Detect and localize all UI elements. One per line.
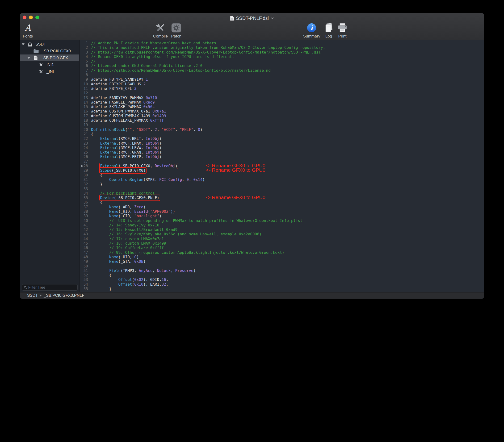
minimize-button[interactable] <box>29 16 33 19</box>
code-line: 4// Rename GFX0 to anything else if your… <box>79 54 484 59</box>
code-line: 36 { <box>79 200 484 205</box>
line-number: 23 <box>79 141 88 145</box>
code-line: 15#define SKYLAKE_PWMMAX 0x56c <box>79 105 484 109</box>
tree-item-label: _SB.PCI0.GFX... <box>41 56 72 60</box>
code-line: 17#define CUSTOM_PWMMAX_1499 0x1499 <box>79 114 484 118</box>
line-number: 14 <box>79 100 88 105</box>
line-number: 33 <box>79 187 88 191</box>
rename-highlight-box: External(_SB.PCI0.GFX0, DeviceObj) <box>100 164 178 168</box>
title-group: SSDT-PNLF.dsl <box>230 16 274 21</box>
line-number: 42 <box>79 227 88 232</box>
code-line: 11#define FBTYPE_CFL 3 <box>79 86 484 91</box>
code-line: 39 Name(_CID, "backlight") <box>79 214 484 218</box>
line-number: 18 <box>79 118 88 123</box>
code-line: 25 External(RMCF.GRAN, IntObj) <box>79 150 484 155</box>
code-line: 30 { <box>79 173 484 177</box>
line-number: 26 <box>79 155 88 159</box>
line-number: 3 <box>79 50 88 54</box>
code-line: 56 <box>79 291 484 292</box>
line-number: 39 <box>79 214 88 218</box>
line-number: 2 <box>79 45 88 50</box>
disclosure-triangle-icon[interactable] <box>27 57 30 59</box>
code-lines: 1// Adding PNLF device for WhateverGreen… <box>79 41 484 292</box>
patch-label: Patch <box>171 34 181 38</box>
line-number: 41 <box>79 223 88 227</box>
tree-item-gfx0-pnlf[interactable]: _SB.PCI0.GFX... <box>20 54 79 61</box>
line-number: 53 <box>79 277 88 282</box>
print-button[interactable]: Print <box>337 22 348 38</box>
code-line: 33 <box>79 187 484 191</box>
line-number: 17 <box>79 114 88 118</box>
line-number: 43 <box>79 232 88 236</box>
line-number: 50 <box>79 264 88 268</box>
code-line: 32 } <box>79 182 484 186</box>
line-number: 16 <box>79 109 88 113</box>
line-number: 21 <box>79 132 88 136</box>
code-line: 6// Licensed under GNU General Public Li… <box>79 63 484 68</box>
code-line: 22 External(RMCF.BKLT, IntObj) <box>79 136 484 141</box>
line-number: 1 <box>79 41 88 45</box>
line-number: 55 <box>79 286 88 291</box>
line-number: 27 <box>79 159 88 164</box>
tree-item-label: _INI <box>47 69 54 74</box>
tree-item-ssdt[interactable]: SSDT <box>20 41 79 48</box>
tree-item-ini[interactable]: _INI <box>20 68 79 75</box>
line-number: 32 <box>79 182 88 186</box>
close-button[interactable] <box>23 16 26 19</box>
code-line: 2// This is a modified PNLF version orig… <box>79 45 484 50</box>
line-number: 35 <box>79 195 88 200</box>
tree-item-gfx0-folder[interactable]: _SB.PCI0.GFX0 <box>20 48 79 54</box>
window-header: SSDT-PNLF.dsl A Fonts <box>20 13 484 40</box>
code-line: 9#define FBTYPE_SANDYIVY 1 <box>79 77 484 82</box>
code-line: 46 // 19: CoffeeLake 0xffff <box>79 246 484 250</box>
search-icon <box>24 286 27 289</box>
log-icon <box>324 22 334 34</box>
line-number: 51 <box>79 268 88 273</box>
line-number: 44 <box>79 237 88 241</box>
code-line: 23 External(RMCF.LMAX, IntObj) <box>79 141 484 145</box>
code-line: 34 // For backlight control <box>79 191 484 195</box>
compile-icon <box>155 22 166 34</box>
titlebar: SSDT-PNLF.dsl <box>20 13 484 22</box>
method-icon <box>38 63 44 67</box>
filter-tree-input[interactable] <box>28 285 75 290</box>
statusbar-breadcrumb: SSDT _SB.PCI0.GFX0.PNLF <box>20 292 484 299</box>
patch-icon <box>171 22 181 34</box>
code-line: 5// <box>79 59 484 63</box>
code-line: 44 // 17: custom LMAX=0x7a1 <box>79 237 484 241</box>
breadcrumb-root: SSDT <box>27 293 38 298</box>
tree-item-ini1[interactable]: INI1 <box>20 61 79 68</box>
code-line: 52 { <box>79 273 484 277</box>
print-icon <box>337 22 348 34</box>
line-number: 6 <box>79 63 88 68</box>
code-line: 3// https://raw.githubusercontent.com/Re… <box>79 50 484 54</box>
code-line: 48 Name(_UID, 0) <box>79 255 484 259</box>
code-line: 37 Name(_ADR, Zero) <box>79 205 484 209</box>
line-number: 52 <box>79 273 88 277</box>
code-line: 24 External(RMCF.LEVW, IntObj) <box>79 145 484 150</box>
patch-button[interactable]: Patch <box>171 22 181 38</box>
line-number: 10 <box>79 82 88 86</box>
line-number: 49 <box>79 259 88 264</box>
code-line: 27 <box>79 159 484 164</box>
code-line: 26 External(RMCF.FBTP, IntObj) <box>79 155 484 159</box>
print-label: Print <box>338 34 347 38</box>
compile-button[interactable]: Compile <box>153 22 168 38</box>
title-chevron-icon[interactable] <box>271 17 274 19</box>
zoom-button[interactable] <box>36 16 39 19</box>
code-line: 16#define CUSTOM_PWMMAX_07a1 0x07a1 <box>79 109 484 113</box>
code-editor[interactable]: 1// Adding PNLF device for WhateverGreen… <box>79 40 484 292</box>
line-number: 11 <box>79 86 88 91</box>
rename-annotation: <- Rename GFX0 to GPU0 <box>206 168 266 172</box>
traffic-lights <box>23 16 39 19</box>
document-proxy-icon[interactable] <box>230 16 234 21</box>
code-line: 53 Offset(0x02), GDID,16, <box>79 277 484 282</box>
fonts-label: Fonts <box>23 34 33 38</box>
sidebar-tree: SSDT _SB.PCI0.GFX0 <box>20 40 79 292</box>
code-line: 1// Adding PNLF device for WhateverGreen… <box>79 41 484 45</box>
line-number: 9 <box>79 77 88 82</box>
disclosure-triangle-icon[interactable] <box>22 43 25 45</box>
fonts-button[interactable]: A Fonts <box>23 22 33 38</box>
summary-button[interactable]: i Summary <box>303 22 321 38</box>
log-button[interactable]: Log <box>324 22 334 38</box>
